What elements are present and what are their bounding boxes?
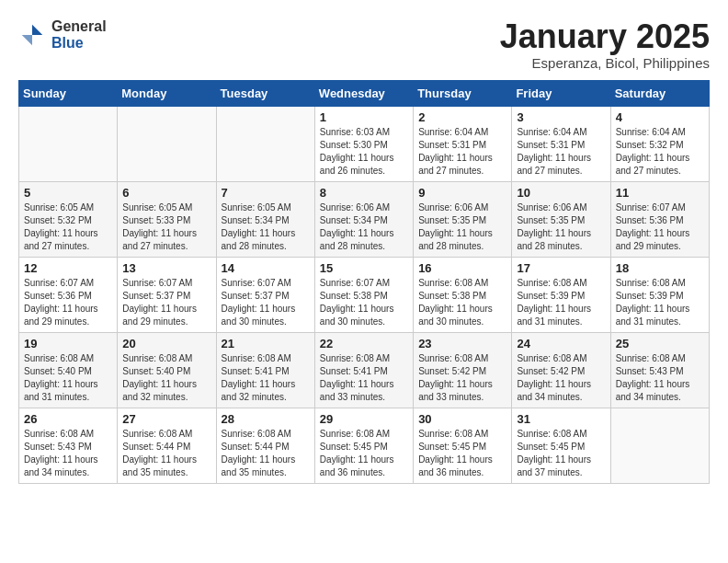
table-row: 16Sunrise: 6:08 AMSunset: 5:38 PMDayligh… (414, 257, 512, 332)
calendar-week-row: 5Sunrise: 6:05 AMSunset: 5:32 PMDaylight… (19, 181, 710, 257)
day-info: Sunrise: 6:06 AMSunset: 5:34 PMDaylight:… (320, 201, 408, 253)
day-number: 7 (222, 186, 310, 200)
day-info: Sunrise: 6:07 AMSunset: 5:38 PMDaylight:… (320, 277, 408, 328)
day-number: 6 (122, 186, 210, 200)
day-number: 23 (418, 337, 506, 350)
logo-text: General Blue (51, 18, 107, 51)
day-number: 24 (517, 337, 605, 350)
weekday-header-row: Sunday Monday Tuesday Wednesday Thursday… (19, 80, 710, 106)
day-info: Sunrise: 6:08 AMSunset: 5:41 PMDaylight:… (320, 352, 408, 404)
table-row: 11Sunrise: 6:07 AMSunset: 5:36 PMDayligh… (610, 181, 709, 257)
table-row: 3Sunrise: 6:04 AMSunset: 5:31 PMDaylight… (512, 106, 610, 181)
day-info: Sunrise: 6:08 AMSunset: 5:38 PMDaylight:… (418, 277, 506, 328)
day-number: 22 (320, 337, 408, 350)
calendar-week-row: 26Sunrise: 6:08 AMSunset: 5:43 PMDayligh… (19, 408, 710, 483)
logo-icon (18, 21, 46, 49)
title-area: January 2025 Esperanza, Bicol, Philippin… (500, 18, 710, 71)
logo: General Blue (18, 18, 107, 51)
header-wednesday: Wednesday (314, 80, 413, 106)
table-row: 30Sunrise: 6:08 AMSunset: 5:45 PMDayligh… (414, 408, 512, 483)
table-row: 14Sunrise: 6:07 AMSunset: 5:37 PMDayligh… (216, 257, 314, 332)
day-number: 3 (517, 110, 605, 124)
header-monday: Monday (118, 80, 216, 106)
table-row: 5Sunrise: 6:05 AMSunset: 5:32 PMDaylight… (19, 181, 118, 257)
day-number: 16 (418, 261, 506, 275)
svg-marker-2 (22, 35, 32, 45)
table-row: 6Sunrise: 6:05 AMSunset: 5:33 PMDaylight… (118, 181, 216, 257)
table-row: 27Sunrise: 6:08 AMSunset: 5:44 PMDayligh… (118, 408, 216, 483)
day-info: Sunrise: 6:07 AMSunset: 5:37 PMDaylight:… (122, 277, 210, 328)
day-number: 15 (320, 261, 408, 275)
location-subtitle: Esperanza, Bicol, Philippines (500, 55, 710, 71)
table-row (19, 106, 118, 181)
day-number: 30 (418, 412, 506, 426)
logo-general: General (51, 18, 107, 35)
table-row: 22Sunrise: 6:08 AMSunset: 5:41 PMDayligh… (314, 332, 413, 408)
day-number: 17 (517, 261, 605, 275)
day-info: Sunrise: 6:08 AMSunset: 5:40 PMDaylight:… (24, 352, 112, 404)
header-thursday: Thursday (414, 80, 512, 106)
table-row (216, 106, 314, 181)
day-number: 20 (122, 337, 210, 350)
day-number: 13 (122, 261, 210, 275)
day-number: 25 (616, 337, 704, 350)
day-number: 18 (616, 261, 704, 275)
table-row (118, 106, 216, 181)
table-row: 4Sunrise: 6:04 AMSunset: 5:32 PMDaylight… (610, 106, 709, 181)
day-number: 1 (320, 110, 408, 124)
calendar-table: Sunday Monday Tuesday Wednesday Thursday… (18, 80, 710, 484)
day-number: 11 (616, 186, 704, 200)
day-number: 12 (24, 261, 112, 275)
table-row: 25Sunrise: 6:08 AMSunset: 5:43 PMDayligh… (610, 332, 709, 408)
day-number: 9 (418, 186, 506, 200)
day-number: 27 (122, 412, 210, 426)
table-row: 20Sunrise: 6:08 AMSunset: 5:40 PMDayligh… (118, 332, 216, 408)
day-info: Sunrise: 6:08 AMSunset: 5:43 PMDaylight:… (24, 428, 112, 479)
day-info: Sunrise: 6:08 AMSunset: 5:42 PMDaylight:… (418, 352, 506, 404)
day-info: Sunrise: 6:05 AMSunset: 5:34 PMDaylight:… (222, 201, 310, 253)
day-info: Sunrise: 6:05 AMSunset: 5:32 PMDaylight:… (24, 201, 112, 253)
logo-blue: Blue (51, 35, 107, 52)
table-row: 7Sunrise: 6:05 AMSunset: 5:34 PMDaylight… (216, 181, 314, 257)
table-row: 23Sunrise: 6:08 AMSunset: 5:42 PMDayligh… (414, 332, 512, 408)
table-row: 9Sunrise: 6:06 AMSunset: 5:35 PMDaylight… (414, 181, 512, 257)
day-info: Sunrise: 6:06 AMSunset: 5:35 PMDaylight:… (418, 201, 506, 253)
day-info: Sunrise: 6:04 AMSunset: 5:31 PMDaylight:… (418, 126, 506, 178)
table-row: 18Sunrise: 6:08 AMSunset: 5:39 PMDayligh… (610, 257, 709, 332)
month-title: January 2025 (500, 18, 710, 55)
table-row: 2Sunrise: 6:04 AMSunset: 5:31 PMDaylight… (414, 106, 512, 181)
day-number: 10 (517, 186, 605, 200)
svg-marker-1 (32, 24, 42, 34)
day-info: Sunrise: 6:07 AMSunset: 5:36 PMDaylight:… (616, 201, 704, 253)
page-header: General Blue January 2025 Esperanza, Bic… (18, 18, 710, 71)
table-row (610, 408, 709, 483)
table-row: 8Sunrise: 6:06 AMSunset: 5:34 PMDaylight… (314, 181, 413, 257)
day-number: 19 (24, 337, 112, 350)
table-row: 1Sunrise: 6:03 AMSunset: 5:30 PMDaylight… (314, 106, 413, 181)
day-info: Sunrise: 6:07 AMSunset: 5:37 PMDaylight:… (222, 277, 310, 328)
table-row: 12Sunrise: 6:07 AMSunset: 5:36 PMDayligh… (19, 257, 118, 332)
day-info: Sunrise: 6:08 AMSunset: 5:45 PMDaylight:… (418, 428, 506, 479)
day-info: Sunrise: 6:08 AMSunset: 5:40 PMDaylight:… (122, 352, 210, 404)
day-info: Sunrise: 6:08 AMSunset: 5:45 PMDaylight:… (517, 428, 605, 479)
day-info: Sunrise: 6:03 AMSunset: 5:30 PMDaylight:… (320, 126, 408, 178)
header-saturday: Saturday (610, 80, 709, 106)
day-info: Sunrise: 6:04 AMSunset: 5:32 PMDaylight:… (616, 126, 704, 178)
day-number: 5 (24, 186, 112, 200)
day-info: Sunrise: 6:08 AMSunset: 5:45 PMDaylight:… (320, 428, 408, 479)
day-info: Sunrise: 6:05 AMSunset: 5:33 PMDaylight:… (122, 201, 210, 253)
day-info: Sunrise: 6:08 AMSunset: 5:39 PMDaylight:… (616, 277, 704, 328)
day-number: 28 (222, 412, 310, 426)
table-row: 26Sunrise: 6:08 AMSunset: 5:43 PMDayligh… (19, 408, 118, 483)
day-info: Sunrise: 6:08 AMSunset: 5:43 PMDaylight:… (616, 352, 704, 404)
day-number: 31 (517, 412, 605, 426)
day-number: 14 (222, 261, 310, 275)
header-friday: Friday (512, 80, 610, 106)
day-number: 26 (24, 412, 112, 426)
table-row: 28Sunrise: 6:08 AMSunset: 5:44 PMDayligh… (216, 408, 314, 483)
calendar-week-row: 1Sunrise: 6:03 AMSunset: 5:30 PMDaylight… (19, 106, 710, 181)
table-row: 19Sunrise: 6:08 AMSunset: 5:40 PMDayligh… (19, 332, 118, 408)
day-info: Sunrise: 6:04 AMSunset: 5:31 PMDaylight:… (517, 126, 605, 178)
day-number: 2 (418, 110, 506, 124)
table-row: 15Sunrise: 6:07 AMSunset: 5:38 PMDayligh… (314, 257, 413, 332)
